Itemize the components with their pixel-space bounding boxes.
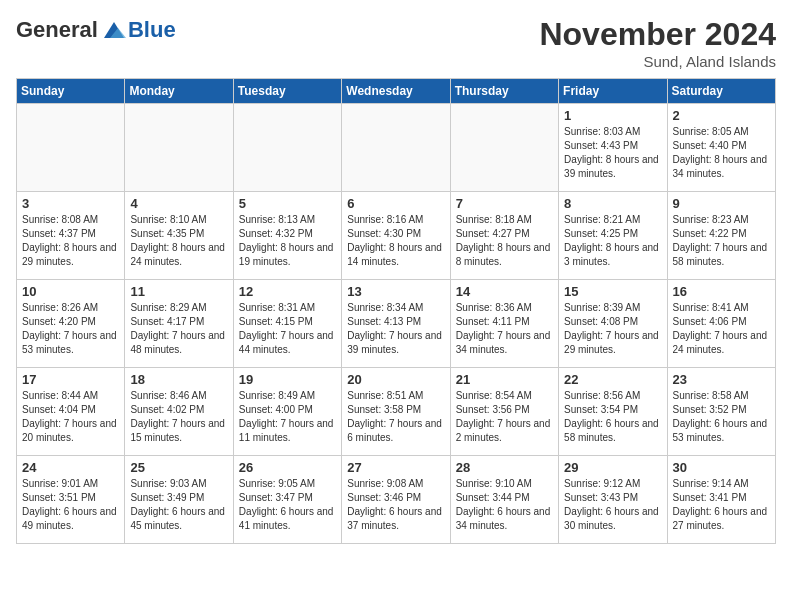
day-info: Sunrise: 9:01 AMSunset: 3:51 PMDaylight:… xyxy=(22,477,119,533)
calendar-cell: 17Sunrise: 8:44 AMSunset: 4:04 PMDayligh… xyxy=(17,368,125,456)
calendar-cell: 6Sunrise: 8:16 AMSunset: 4:30 PMDaylight… xyxy=(342,192,450,280)
calendar-cell: 21Sunrise: 8:54 AMSunset: 3:56 PMDayligh… xyxy=(450,368,558,456)
day-number: 6 xyxy=(347,196,444,211)
day-info: Sunrise: 8:49 AMSunset: 4:00 PMDaylight:… xyxy=(239,389,336,445)
day-info: Sunrise: 9:12 AMSunset: 3:43 PMDaylight:… xyxy=(564,477,661,533)
weekday-header: Monday xyxy=(125,79,233,104)
day-info: Sunrise: 9:10 AMSunset: 3:44 PMDaylight:… xyxy=(456,477,553,533)
calendar-cell: 30Sunrise: 9:14 AMSunset: 3:41 PMDayligh… xyxy=(667,456,775,544)
day-info: Sunrise: 8:16 AMSunset: 4:30 PMDaylight:… xyxy=(347,213,444,269)
day-info: Sunrise: 8:46 AMSunset: 4:02 PMDaylight:… xyxy=(130,389,227,445)
calendar-week-row: 24Sunrise: 9:01 AMSunset: 3:51 PMDayligh… xyxy=(17,456,776,544)
page-header: General Blue November 2024 Sund, Aland I… xyxy=(16,16,776,70)
calendar-cell: 11Sunrise: 8:29 AMSunset: 4:17 PMDayligh… xyxy=(125,280,233,368)
calendar-cell xyxy=(125,104,233,192)
calendar-cell: 9Sunrise: 8:23 AMSunset: 4:22 PMDaylight… xyxy=(667,192,775,280)
day-info: Sunrise: 8:10 AMSunset: 4:35 PMDaylight:… xyxy=(130,213,227,269)
calendar-cell: 8Sunrise: 8:21 AMSunset: 4:25 PMDaylight… xyxy=(559,192,667,280)
logo: General Blue xyxy=(16,16,176,44)
day-info: Sunrise: 9:03 AMSunset: 3:49 PMDaylight:… xyxy=(130,477,227,533)
day-number: 17 xyxy=(22,372,119,387)
weekday-header: Thursday xyxy=(450,79,558,104)
day-number: 11 xyxy=(130,284,227,299)
calendar-cell: 5Sunrise: 8:13 AMSunset: 4:32 PMDaylight… xyxy=(233,192,341,280)
calendar-cell: 18Sunrise: 8:46 AMSunset: 4:02 PMDayligh… xyxy=(125,368,233,456)
calendar-cell: 16Sunrise: 8:41 AMSunset: 4:06 PMDayligh… xyxy=(667,280,775,368)
weekday-header: Saturday xyxy=(667,79,775,104)
day-number: 18 xyxy=(130,372,227,387)
calendar-cell: 15Sunrise: 8:39 AMSunset: 4:08 PMDayligh… xyxy=(559,280,667,368)
day-number: 2 xyxy=(673,108,770,123)
day-info: Sunrise: 9:05 AMSunset: 3:47 PMDaylight:… xyxy=(239,477,336,533)
calendar-cell xyxy=(450,104,558,192)
calendar-cell xyxy=(342,104,450,192)
day-number: 15 xyxy=(564,284,661,299)
calendar-week-row: 10Sunrise: 8:26 AMSunset: 4:20 PMDayligh… xyxy=(17,280,776,368)
day-info: Sunrise: 8:58 AMSunset: 3:52 PMDaylight:… xyxy=(673,389,770,445)
day-number: 8 xyxy=(564,196,661,211)
calendar-cell: 27Sunrise: 9:08 AMSunset: 3:46 PMDayligh… xyxy=(342,456,450,544)
day-number: 20 xyxy=(347,372,444,387)
calendar-cell: 13Sunrise: 8:34 AMSunset: 4:13 PMDayligh… xyxy=(342,280,450,368)
day-number: 24 xyxy=(22,460,119,475)
day-number: 12 xyxy=(239,284,336,299)
day-info: Sunrise: 8:56 AMSunset: 3:54 PMDaylight:… xyxy=(564,389,661,445)
day-info: Sunrise: 8:23 AMSunset: 4:22 PMDaylight:… xyxy=(673,213,770,269)
calendar-table: SundayMondayTuesdayWednesdayThursdayFrid… xyxy=(16,78,776,544)
day-info: Sunrise: 8:18 AMSunset: 4:27 PMDaylight:… xyxy=(456,213,553,269)
day-number: 13 xyxy=(347,284,444,299)
day-info: Sunrise: 8:05 AMSunset: 4:40 PMDaylight:… xyxy=(673,125,770,181)
day-number: 4 xyxy=(130,196,227,211)
day-number: 16 xyxy=(673,284,770,299)
calendar-cell: 24Sunrise: 9:01 AMSunset: 3:51 PMDayligh… xyxy=(17,456,125,544)
day-info: Sunrise: 8:54 AMSunset: 3:56 PMDaylight:… xyxy=(456,389,553,445)
calendar-week-row: 1Sunrise: 8:03 AMSunset: 4:43 PMDaylight… xyxy=(17,104,776,192)
day-number: 30 xyxy=(673,460,770,475)
day-number: 22 xyxy=(564,372,661,387)
day-info: Sunrise: 8:36 AMSunset: 4:11 PMDaylight:… xyxy=(456,301,553,357)
calendar-cell: 28Sunrise: 9:10 AMSunset: 3:44 PMDayligh… xyxy=(450,456,558,544)
weekday-header-row: SundayMondayTuesdayWednesdayThursdayFrid… xyxy=(17,79,776,104)
day-info: Sunrise: 8:21 AMSunset: 4:25 PMDaylight:… xyxy=(564,213,661,269)
day-number: 1 xyxy=(564,108,661,123)
calendar-cell xyxy=(17,104,125,192)
calendar-cell: 12Sunrise: 8:31 AMSunset: 4:15 PMDayligh… xyxy=(233,280,341,368)
day-info: Sunrise: 8:29 AMSunset: 4:17 PMDaylight:… xyxy=(130,301,227,357)
location: Sund, Aland Islands xyxy=(539,53,776,70)
calendar-cell: 10Sunrise: 8:26 AMSunset: 4:20 PMDayligh… xyxy=(17,280,125,368)
title-block: November 2024 Sund, Aland Islands xyxy=(539,16,776,70)
day-number: 28 xyxy=(456,460,553,475)
calendar-cell: 22Sunrise: 8:56 AMSunset: 3:54 PMDayligh… xyxy=(559,368,667,456)
calendar-cell: 7Sunrise: 8:18 AMSunset: 4:27 PMDaylight… xyxy=(450,192,558,280)
day-info: Sunrise: 8:51 AMSunset: 3:58 PMDaylight:… xyxy=(347,389,444,445)
calendar-cell: 23Sunrise: 8:58 AMSunset: 3:52 PMDayligh… xyxy=(667,368,775,456)
calendar-week-row: 3Sunrise: 8:08 AMSunset: 4:37 PMDaylight… xyxy=(17,192,776,280)
day-number: 3 xyxy=(22,196,119,211)
day-number: 23 xyxy=(673,372,770,387)
calendar-cell: 26Sunrise: 9:05 AMSunset: 3:47 PMDayligh… xyxy=(233,456,341,544)
calendar-cell: 19Sunrise: 8:49 AMSunset: 4:00 PMDayligh… xyxy=(233,368,341,456)
calendar-cell: 4Sunrise: 8:10 AMSunset: 4:35 PMDaylight… xyxy=(125,192,233,280)
calendar-cell: 14Sunrise: 8:36 AMSunset: 4:11 PMDayligh… xyxy=(450,280,558,368)
logo-blue-text: Blue xyxy=(128,17,176,43)
weekday-header: Tuesday xyxy=(233,79,341,104)
day-info: Sunrise: 8:03 AMSunset: 4:43 PMDaylight:… xyxy=(564,125,661,181)
calendar-week-row: 17Sunrise: 8:44 AMSunset: 4:04 PMDayligh… xyxy=(17,368,776,456)
day-info: Sunrise: 9:14 AMSunset: 3:41 PMDaylight:… xyxy=(673,477,770,533)
day-info: Sunrise: 9:08 AMSunset: 3:46 PMDaylight:… xyxy=(347,477,444,533)
day-info: Sunrise: 8:39 AMSunset: 4:08 PMDaylight:… xyxy=(564,301,661,357)
day-info: Sunrise: 8:13 AMSunset: 4:32 PMDaylight:… xyxy=(239,213,336,269)
calendar-cell: 20Sunrise: 8:51 AMSunset: 3:58 PMDayligh… xyxy=(342,368,450,456)
day-number: 14 xyxy=(456,284,553,299)
day-number: 25 xyxy=(130,460,227,475)
day-number: 19 xyxy=(239,372,336,387)
calendar-cell: 29Sunrise: 9:12 AMSunset: 3:43 PMDayligh… xyxy=(559,456,667,544)
day-number: 26 xyxy=(239,460,336,475)
day-info: Sunrise: 8:08 AMSunset: 4:37 PMDaylight:… xyxy=(22,213,119,269)
logo-general-text: General xyxy=(16,17,98,43)
day-info: Sunrise: 8:41 AMSunset: 4:06 PMDaylight:… xyxy=(673,301,770,357)
day-number: 21 xyxy=(456,372,553,387)
calendar-cell: 2Sunrise: 8:05 AMSunset: 4:40 PMDaylight… xyxy=(667,104,775,192)
day-number: 7 xyxy=(456,196,553,211)
weekday-header: Wednesday xyxy=(342,79,450,104)
